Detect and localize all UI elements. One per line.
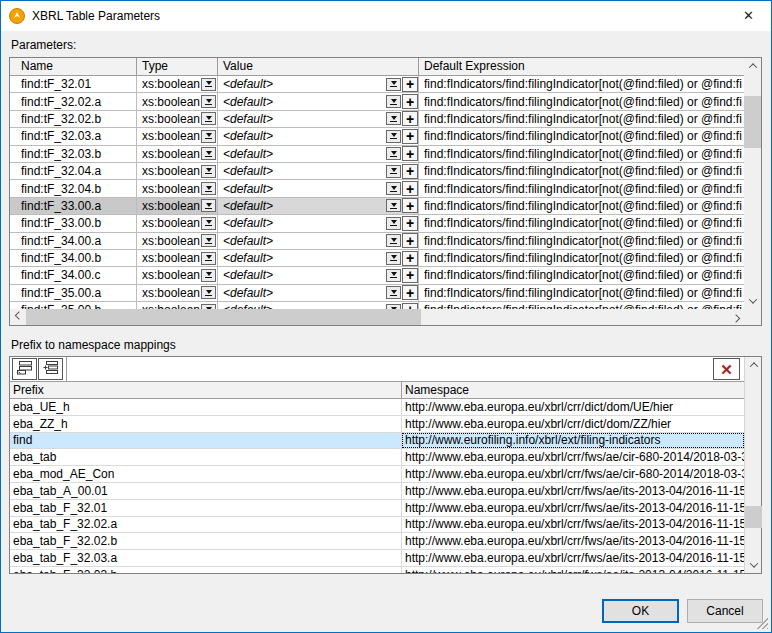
value-dropdown-button[interactable] (386, 95, 401, 108)
scroll-down-button[interactable] (745, 557, 762, 573)
param-value-combo[interactable]: <default>+ (218, 233, 419, 250)
namespace-cell[interactable]: http://www.eba.europa.eu/xbrl/crr/fws/ae… (402, 483, 744, 499)
prefix-mapping-row[interactable]: eba_UE_hhttp://www.eba.europa.eu/xbrl/cr… (10, 399, 744, 416)
param-type-combo[interactable]: xs:boolean (137, 180, 218, 197)
value-dropdown-button[interactable] (386, 112, 401, 125)
parameter-row[interactable]: find:tF_32.01xs:boolean<default>+find:fI… (10, 76, 744, 93)
prefix-cell[interactable]: find (10, 433, 402, 449)
value-dropdown-button[interactable] (386, 269, 401, 282)
add-value-button[interactable]: + (402, 111, 418, 126)
prefix-mapping-row[interactable]: findhttp://www.eurofiling.info/xbrl/ext/… (10, 433, 744, 450)
prefix-mapping-row[interactable]: eba_tab_F_32.03.ahttp://www.eba.europa.e… (10, 550, 744, 567)
namespace-cell[interactable]: http://www.eba.europa.eu/xbrl/crr/fws/ae… (402, 533, 744, 549)
param-type-combo[interactable]: xs:boolean (137, 215, 218, 232)
add-value-button[interactable]: + (402, 268, 418, 283)
add-value-button[interactable]: + (402, 77, 418, 92)
horizontal-scroll-thumb[interactable] (26, 309, 421, 325)
namespace-cell[interactable]: http://www.eurofiling.info/xbrl/ext/fili… (402, 433, 744, 449)
add-value-button[interactable]: + (402, 181, 418, 196)
value-dropdown-button[interactable] (386, 217, 401, 230)
delete-mapping-button[interactable]: ✕ (713, 358, 740, 380)
namespace-cell[interactable]: http://www.eba.europa.eu/xbrl/crr/fws/ae… (402, 550, 744, 566)
type-dropdown-button[interactable] (201, 217, 216, 230)
close-button[interactable]: ✕ (726, 1, 771, 30)
prefix-cell[interactable]: eba_tab_F_32.02.a (10, 517, 402, 533)
namespace-cell[interactable]: http://www.eba.europa.eu/xbrl/crr/fws/ae… (402, 500, 744, 516)
param-type-combo[interactable]: xs:boolean (137, 302, 218, 309)
type-dropdown-button[interactable] (201, 286, 216, 299)
param-type-combo[interactable]: xs:boolean (137, 128, 218, 145)
prefix-cell[interactable]: eba_tab_F_32.03.a (10, 550, 402, 566)
parameter-row[interactable]: find:tF_33.00.bxs:boolean<default>+find:… (10, 215, 744, 232)
value-dropdown-button[interactable] (386, 252, 401, 265)
param-value-combo[interactable]: <default>+ (218, 93, 419, 110)
param-type-combo[interactable]: xs:boolean (137, 285, 218, 302)
prefix-mapping-row[interactable]: eba_tab_F_32.03.bhttp://www.eba.europa.e… (10, 567, 744, 573)
parameter-row[interactable]: find:tF_35.00.bxs:boolean<default>+find:… (10, 302, 744, 309)
prefix-cell[interactable]: eba_tab_F_32.02.b (10, 533, 402, 549)
prefix-vertical-scrollbar[interactable] (744, 357, 761, 573)
prefix-cell[interactable]: eba_tab (10, 449, 402, 465)
parameter-row[interactable]: find:tF_34.00.bxs:boolean<default>+find:… (10, 250, 744, 267)
vertical-scroll-thumb[interactable] (745, 506, 762, 528)
param-value-combo[interactable]: <default>+ (218, 111, 419, 128)
type-dropdown-button[interactable] (201, 130, 216, 143)
prefix-cell[interactable]: eba_ZZ_h (10, 416, 402, 432)
parameter-row[interactable]: find:tF_33.00.axs:boolean<default>+find:… (10, 198, 744, 215)
scroll-up-button[interactable] (745, 357, 762, 373)
add-value-button[interactable]: + (402, 198, 418, 213)
type-dropdown-button[interactable] (201, 252, 216, 265)
param-type-combo[interactable]: xs:boolean (137, 163, 218, 180)
append-row-button[interactable] (12, 358, 37, 380)
scroll-right-button[interactable] (727, 309, 744, 325)
prefix-cell[interactable]: eba_tab_F_32.03.b (10, 567, 402, 573)
prefix-mapping-row[interactable]: eba_mod_AE_Conhttp://www.eba.europa.eu/x… (10, 466, 744, 483)
prefix-mapping-row[interactable]: eba_tab_F_32.01http://www.eba.europa.eu/… (10, 500, 744, 517)
add-value-button[interactable]: + (402, 146, 418, 161)
parameter-row[interactable]: find:tF_34.00.axs:boolean<default>+find:… (10, 233, 744, 250)
insert-row-button[interactable] (38, 358, 63, 380)
type-dropdown-button[interactable] (201, 78, 216, 91)
type-dropdown-button[interactable] (201, 199, 216, 212)
add-value-button[interactable]: + (402, 164, 418, 179)
param-type-combo[interactable]: xs:boolean (137, 111, 218, 128)
parameter-row[interactable]: find:tF_32.03.bxs:boolean<default>+find:… (10, 146, 744, 163)
param-value-combo[interactable]: <default>+ (218, 146, 419, 163)
ok-button[interactable]: OK (602, 599, 679, 623)
param-value-combo[interactable]: <default>+ (218, 267, 419, 284)
type-dropdown-button[interactable] (201, 112, 216, 125)
parameters-horizontal-scrollbar[interactable] (10, 309, 744, 325)
prefix-mapping-row[interactable]: eba_ZZ_hhttp://www.eba.europa.eu/xbrl/cr… (10, 416, 744, 433)
parameter-row[interactable]: find:tF_34.00.cxs:boolean<default>+find:… (10, 267, 744, 284)
prefix-mapping-row[interactable]: eba_tab_F_32.02.bhttp://www.eba.europa.e… (10, 533, 744, 550)
add-value-button[interactable]: + (402, 233, 418, 248)
param-type-combo[interactable]: xs:boolean (137, 93, 218, 110)
parameters-vertical-scrollbar[interactable] (744, 58, 761, 309)
cancel-button[interactable]: Cancel (687, 599, 763, 623)
add-value-button[interactable]: + (402, 94, 418, 109)
prefix-cell[interactable]: eba_UE_h (10, 399, 402, 415)
title-bar[interactable]: XBRL Table Parameters ✕ (1, 1, 771, 31)
param-value-combo[interactable]: <default>+ (218, 302, 419, 309)
prefix-mapping-row[interactable]: eba_tab_F_32.02.ahttp://www.eba.europa.e… (10, 517, 744, 534)
param-type-combo[interactable]: xs:boolean (137, 76, 218, 93)
param-value-combo[interactable]: <default>+ (218, 285, 419, 302)
param-value-combo[interactable]: <default>+ (218, 250, 419, 267)
scroll-up-button[interactable] (744, 58, 761, 74)
param-value-combo[interactable]: <default>+ (218, 180, 419, 197)
type-dropdown-button[interactable] (201, 269, 216, 282)
type-dropdown-button[interactable] (201, 234, 216, 247)
add-value-button[interactable]: + (402, 216, 418, 231)
parameter-row[interactable]: find:tF_32.02.axs:boolean<default>+find:… (10, 93, 744, 110)
param-value-combo[interactable]: <default>+ (218, 198, 419, 215)
param-type-combo[interactable]: xs:boolean (137, 267, 218, 284)
prefix-mapping-row[interactable]: eba_tabhttp://www.eba.europa.eu/xbrl/crr… (10, 449, 744, 466)
add-value-button[interactable]: + (402, 251, 418, 266)
type-dropdown-button[interactable] (201, 182, 216, 195)
param-type-combo[interactable]: xs:boolean (137, 198, 218, 215)
prefix-cell[interactable]: eba_tab_A_00.01 (10, 483, 402, 499)
add-value-button[interactable]: + (402, 129, 418, 144)
namespace-cell[interactable]: http://www.eba.europa.eu/xbrl/crr/fws/ae… (402, 449, 744, 465)
parameter-row[interactable]: find:tF_32.04.bxs:boolean<default>+find:… (10, 180, 744, 197)
vertical-scroll-thumb[interactable] (744, 96, 761, 148)
